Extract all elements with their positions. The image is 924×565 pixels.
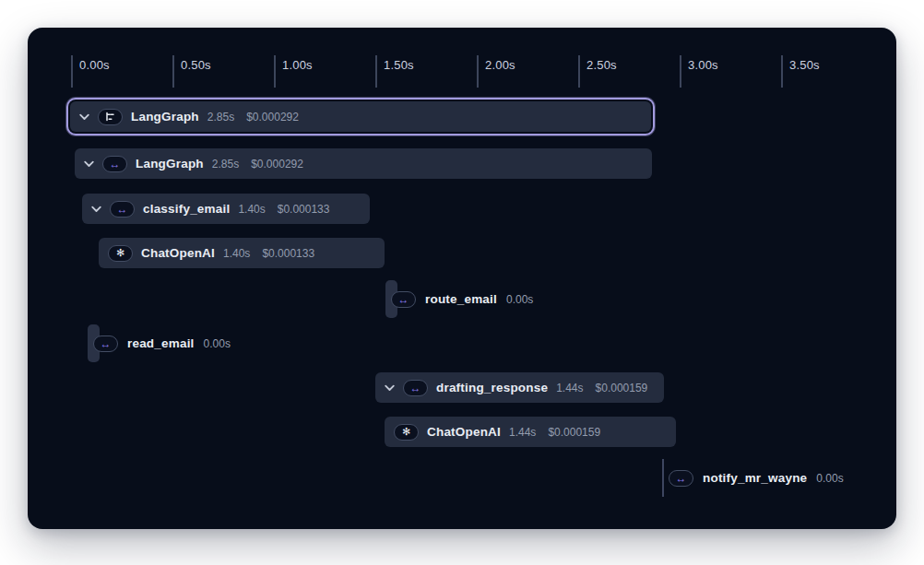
chevron-down-icon[interactable] <box>385 384 395 392</box>
axis-tick <box>274 55 276 88</box>
span-label-notify-mr-wayne[interactable]: ↔ notify_mr_wayne 0.00s <box>669 469 844 487</box>
axis-tick <box>578 55 580 88</box>
span-cost: $0.000133 <box>278 203 330 216</box>
axis-tick-label: 0.00s <box>79 58 110 72</box>
span-duration: 0.00s <box>506 293 533 306</box>
chevron-down-icon[interactable] <box>84 160 94 168</box>
trace-waterfall-panel: 0.00s 0.50s 1.00s 1.50s 2.00s 2.50s 3.00… <box>28 28 896 529</box>
axis-tick-label: 2.50s <box>586 58 617 72</box>
span-name: drafting_response <box>436 381 548 394</box>
span-name: LangGraph <box>131 110 199 124</box>
span-cost: $0.000159 <box>596 382 648 394</box>
span-name: notify_mr_wayne <box>703 471 807 485</box>
hierarchy-icon <box>98 109 123 125</box>
span-duration: 1.40s <box>238 203 265 216</box>
span-name: route_email <box>425 292 497 306</box>
axis-tick <box>375 55 377 88</box>
span-bar-langgraph-root[interactable]: LangGraph 2.85s $0.000292 <box>70 101 651 132</box>
span-duration: 2.85s <box>212 158 239 171</box>
axis-tick <box>172 55 174 88</box>
span-cost: $0.000133 <box>262 247 314 260</box>
span-name: classify_email <box>143 202 230 216</box>
chain-icon: ↔ <box>110 201 135 218</box>
span-bar-langgraph[interactable]: ↔ LangGraph 2.85s $0.000292 <box>75 148 652 179</box>
span-cost: $0.000292 <box>246 111 299 124</box>
chevron-down-icon[interactable] <box>91 206 101 213</box>
span-label-route-email[interactable]: ↔ route_email 0.00s <box>391 290 533 308</box>
span-duration: 1.44s <box>509 426 536 439</box>
trace-timeline: 0.00s 0.50s 1.00s 1.50s 2.00s 2.50s 3.00… <box>28 28 896 529</box>
span-duration: 0.00s <box>204 337 231 350</box>
axis-tick <box>680 55 681 88</box>
chain-icon: ↔ <box>93 335 118 352</box>
span-cost: $0.000159 <box>548 426 600 439</box>
span-name: ChatOpenAI <box>141 246 215 260</box>
axis-tick-label: 1.50s <box>384 58 414 72</box>
span-cost: $0.000292 <box>251 158 303 171</box>
span-bar-chatopenai-2[interactable]: ✻ ChatOpenAI 1.44s $0.000159 <box>385 417 676 447</box>
span-label-read-email[interactable]: ↔ read_email 0.00s <box>93 335 231 352</box>
span-name: LangGraph <box>136 157 204 171</box>
openai-icon: ✻ <box>108 245 133 262</box>
span-duration: 1.40s <box>223 247 250 260</box>
span-bar-chatopenai-1[interactable]: ✻ ChatOpenAI 1.40s $0.000133 <box>99 238 385 268</box>
span-bar-notify-mr-wayne[interactable] <box>662 459 664 497</box>
axis-tick <box>781 55 783 88</box>
chevron-down-icon[interactable] <box>79 113 89 121</box>
axis-tick-label: 3.50s <box>789 58 820 72</box>
chain-icon: ↔ <box>403 380 428 396</box>
span-duration: 1.44s <box>556 382 583 394</box>
span-bar-drafting-response[interactable]: ↔ drafting_response 1.44s $0.000159 <box>375 372 664 403</box>
openai-icon: ✻ <box>394 424 419 441</box>
span-bar-classify-email[interactable]: ↔ classify_email 1.40s $0.000133 <box>82 194 370 224</box>
chain-icon: ↔ <box>102 156 127 172</box>
span-name: ChatOpenAI <box>427 425 501 439</box>
chain-icon: ↔ <box>669 470 693 487</box>
chain-icon: ↔ <box>391 291 416 308</box>
axis-tick-label: 3.00s <box>688 58 718 72</box>
axis-tick <box>477 55 479 88</box>
axis-tick-label: 0.50s <box>181 58 211 72</box>
axis-tick <box>71 55 73 88</box>
span-name: read_email <box>127 336 195 350</box>
span-duration: 0.00s <box>816 472 843 485</box>
span-duration: 2.85s <box>207 111 234 124</box>
axis-tick-label: 1.00s <box>282 58 313 72</box>
axis-tick-label: 2.00s <box>485 58 515 72</box>
